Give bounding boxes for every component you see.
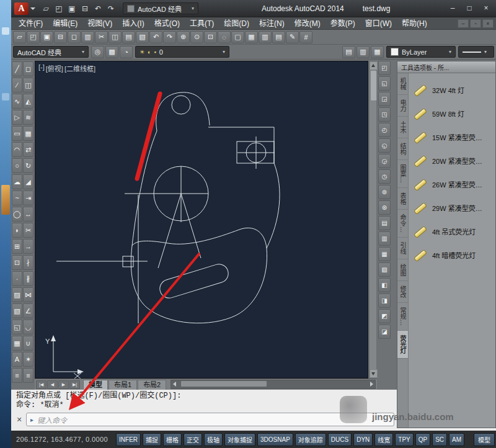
palette-item[interactable]: 4ft 暗槽荧光灯 <box>409 243 495 267</box>
right-toolbar-button[interactable]: ⊚ <box>378 185 391 199</box>
match-properties-button[interactable]: ▧ <box>136 31 149 43</box>
status-toggle[interactable]: 3DOSNAP <box>257 433 293 446</box>
more-modify-tool[interactable]: ≡ <box>23 368 33 383</box>
right-toolbar-button[interactable]: ◪ <box>378 325 391 339</box>
doc-close-button[interactable]: × <box>482 19 494 28</box>
mtext-tool[interactable]: A <box>12 352 22 367</box>
erase-tool[interactable]: ◻ <box>23 61 33 76</box>
menu-item[interactable]: 标注(N) <box>254 17 290 30</box>
linetype-combo[interactable]: ▾ <box>458 46 494 58</box>
trim-tool[interactable]: ✂ <box>23 223 33 238</box>
palette-tab[interactable]: 引线 <box>397 238 408 259</box>
status-toggle[interactable]: 对象追踪 <box>295 433 326 446</box>
right-toolbar-button[interactable]: ◨ <box>378 293 391 308</box>
right-toolbar-button[interactable]: ⊛ <box>378 200 391 215</box>
workspace-settings-button[interactable]: ◎ <box>91 46 104 58</box>
command-close-button[interactable]: ✕ <box>15 415 24 424</box>
zoom-window-button[interactable]: ⊡ <box>204 31 217 43</box>
layer-isolate-button[interactable]: ▦ <box>371 46 384 58</box>
sheet-set-button[interactable]: ▤ <box>272 31 285 43</box>
array-tool[interactable]: ▦ <box>23 126 33 141</box>
plot-button[interactable]: ⊟ <box>54 31 67 43</box>
ellipse-arc-tool[interactable]: ◗ <box>12 223 22 238</box>
palette-tab[interactable]: 表格 <box>397 188 408 210</box>
viewport-control[interactable]: [二维线框] <box>64 63 95 73</box>
layer-button[interactable]: ▩ <box>105 46 118 58</box>
last-tab-button[interactable]: ▶| <box>69 380 80 389</box>
right-toolbar-button[interactable]: ◧ <box>378 278 391 292</box>
right-toolbar-button[interactable]: ◵ <box>378 138 391 153</box>
model-space-toggle[interactable]: 模型 <box>474 433 495 446</box>
scrollbar-thumb[interactable] <box>181 381 267 387</box>
menu-item[interactable]: 格式(O) <box>149 17 185 30</box>
menu-item[interactable]: 编辑(E) <box>48 17 82 30</box>
right-toolbar-button[interactable]: ◴ <box>378 123 391 137</box>
status-toggle[interactable]: SC <box>432 433 447 446</box>
designcenter-button[interactable]: ▦ <box>245 31 258 43</box>
plot-preview-button[interactable]: ◻ <box>68 31 81 43</box>
open-button[interactable]: ◰ <box>27 31 40 43</box>
minimize-button[interactable]: – <box>445 2 461 14</box>
workspace-combo[interactable]: AutoCAD 经典 ▾ <box>123 2 198 14</box>
menu-item[interactable]: 窗口(W) <box>360 17 397 30</box>
zoom-previous-button[interactable]: ◌ <box>218 31 231 43</box>
break-point-tool[interactable]: ∤ <box>23 255 33 270</box>
menu-item[interactable]: 绘图(D) <box>219 17 254 30</box>
palette-item[interactable]: 20W 紧凑型荧… <box>409 149 495 172</box>
layout-tab[interactable]: 模型 <box>83 380 108 390</box>
palette-item[interactable]: 59W 8ft 灯 <box>409 102 495 125</box>
ellipse-tool[interactable]: ◯ <box>12 207 22 222</box>
palette-tab[interactable]: 电力 <box>397 95 408 117</box>
palette-item[interactable]: 15W 紧凑型荧… <box>409 125 495 149</box>
viewport-control[interactable]: [-] <box>38 63 45 73</box>
publish-button[interactable]: ▥ <box>81 31 94 43</box>
stretch-tool[interactable]: ⇥ <box>23 190 33 205</box>
blend-tool[interactable]: ∪ <box>23 336 33 351</box>
vertical-scrollbar[interactable] <box>369 61 377 379</box>
palette-item[interactable]: 29W 紧凑型荧… <box>409 196 495 220</box>
close-button[interactable]: × <box>478 2 494 14</box>
right-toolbar-button[interactable]: ◱ <box>378 76 391 91</box>
offset-tool[interactable]: ≋ <box>23 110 33 125</box>
menu-item[interactable]: 参数(P) <box>326 17 360 30</box>
right-toolbar-button[interactable]: ◶ <box>378 154 391 168</box>
next-tab-button[interactable]: ▶ <box>58 380 69 389</box>
status-toggle[interactable]: 线宽 <box>374 433 393 446</box>
palette-tab[interactable]: 命令… <box>397 210 408 238</box>
command-input[interactable]: ▸ 键入命令 <box>26 413 394 426</box>
right-toolbar-button[interactable]: ▧ <box>378 262 391 277</box>
scroll-down-arrow[interactable] <box>370 369 378 378</box>
rectangle-tool[interactable]: ▭ <box>12 126 22 141</box>
qat-undo-icon[interactable]: ↶ <box>92 2 104 15</box>
desktop-icon[interactable] <box>1 185 10 215</box>
menu-item[interactable]: 帮助(H) <box>397 17 432 30</box>
status-toggle[interactable]: 捕捉 <box>143 433 161 446</box>
qat-plot-icon[interactable]: ⊟ <box>79 2 91 15</box>
workspace-combo-2[interactable]: AutoCAD 经典 ▾ <box>13 46 89 58</box>
point-tool[interactable]: ∙ <box>12 271 22 286</box>
properties-button[interactable]: ▢ <box>231 31 244 43</box>
first-tab-button[interactable]: |◀ <box>36 380 46 389</box>
make-block-tool[interactable]: ⊡ <box>12 255 22 270</box>
palette-tab[interactable]: 图案… <box>397 160 408 188</box>
status-toggle[interactable]: 极轴 <box>204 433 223 446</box>
hatch-tool[interactable]: ▨ <box>12 287 22 302</box>
palette-tab[interactable]: 修改 <box>397 281 408 303</box>
lengthen-tool[interactable]: ↔ <box>23 207 33 222</box>
scale-tool[interactable]: ◢ <box>23 174 33 189</box>
status-toggle[interactable]: DUCS <box>328 433 352 446</box>
prev-tab-button[interactable]: ◀ <box>47 380 58 389</box>
break-tool[interactable]: ∦ <box>23 271 33 286</box>
layout-tab[interactable]: 布局2 <box>138 380 166 390</box>
status-toggle[interactable]: 正交 <box>184 433 202 446</box>
color-combo[interactable]: ByLayer ▾ <box>386 46 456 58</box>
menu-item[interactable]: 工具(T) <box>185 17 219 30</box>
palette-tab[interactable]: 荧光灯 <box>397 331 408 359</box>
scroll-up-arrow[interactable] <box>370 61 378 70</box>
quickcalc-button[interactable]: # <box>299 31 312 43</box>
circle-tool[interactable]: ○ <box>12 158 22 173</box>
viewport-control[interactable]: [俯视] <box>46 63 63 73</box>
doc-restore-button[interactable]: ▫ <box>470 19 481 28</box>
copy-tool[interactable]: ◫ <box>23 78 33 92</box>
right-toolbar-button[interactable]: ◩ <box>378 309 391 323</box>
